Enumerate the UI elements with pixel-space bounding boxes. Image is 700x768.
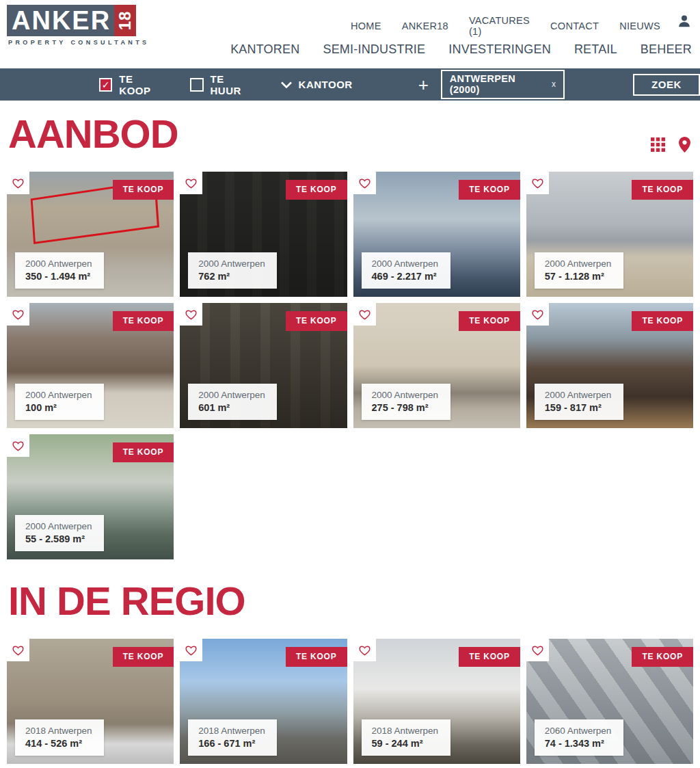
top-nav-item[interactable]: ANKER18	[402, 21, 448, 31]
brand-name: ANKER	[7, 5, 114, 36]
status-badge: TE KOOP	[113, 442, 174, 462]
filter-te-koop[interactable]: ✓ TE KOOP	[99, 73, 165, 96]
site-header: ANKER 18 PROPERTY CONSULTANTS HOME ANKER…	[0, 0, 700, 68]
search-button[interactable]: ZOEK	[633, 74, 700, 96]
main-nav-item[interactable]: INVESTERINGEN	[448, 42, 551, 57]
favorite-button[interactable]	[7, 639, 29, 661]
heart-icon	[358, 644, 371, 656]
status-badge: TE KOOP	[459, 647, 520, 667]
te-huur-checkbox[interactable]	[190, 78, 203, 92]
status-badge: TE KOOP	[286, 311, 347, 331]
property-card[interactable]: TE KOOP 2018 Antwerpen 59 - 244 m²	[353, 639, 520, 764]
location-tag-label: ANTWERPEN (2000)	[450, 73, 544, 95]
favorite-button[interactable]	[7, 434, 29, 457]
property-card[interactable]: TE KOOP 2000 Antwerpen 601 m²	[180, 303, 347, 428]
favorite-button[interactable]	[180, 172, 202, 194]
listing-size: 74 - 1.343 m²	[545, 738, 613, 749]
listing-city: 2018 Antwerpen	[25, 726, 94, 736]
listing-info: 2000 Antwerpen 55 - 2.589 m²	[15, 515, 104, 551]
te-koop-checkbox[interactable]: ✓	[99, 78, 112, 92]
listing-size: 762 m²	[198, 271, 267, 282]
te-koop-label: TE KOOP	[119, 73, 165, 96]
section-aanbod: AANBOD TE KO	[0, 114, 700, 559]
status-badge: TE KOOP	[632, 647, 693, 667]
favorite-button[interactable]	[526, 172, 549, 194]
remove-location-icon[interactable]: x	[552, 79, 556, 89]
top-nav-item[interactable]: NIEUWS	[619, 21, 660, 31]
listing-size: 55 - 2.589 m²	[25, 533, 94, 544]
property-card[interactable]: TE KOOP 2000 Antwerpen 275 - 798 m²	[353, 303, 520, 428]
heart-icon	[531, 308, 544, 320]
map-view-icon[interactable]	[679, 137, 690, 153]
property-card[interactable]: TE KOOP 2018 Antwerpen 166 - 671 m²	[180, 639, 347, 764]
listing-city: 2018 Antwerpen	[198, 726, 267, 736]
top-nav-item[interactable]: HOME	[351, 21, 381, 31]
main-nav: KANTOREN SEMI-INDUSTRIE INVESTERINGEN RE…	[230, 42, 692, 57]
regio-header: IN DE REGIO	[0, 581, 700, 621]
main-content: AANBOD TE KO	[0, 114, 700, 764]
listing-city: 2018 Antwerpen	[372, 726, 440, 736]
brand-tagline: PROPERTY CONSULTANTS	[7, 39, 150, 46]
main-nav-item[interactable]: SEMI-INDUSTRIE	[323, 42, 425, 57]
favorite-button[interactable]	[180, 639, 202, 661]
listing-info: 2000 Antwerpen 57 - 1.128 m²	[535, 252, 623, 289]
property-card[interactable]: TE KOOP 2018 Antwerpen 414 - 526 m²	[7, 639, 174, 764]
favorite-button[interactable]	[353, 303, 376, 326]
brand-suffix: 18	[116, 11, 135, 31]
listing-city: 2000 Antwerpen	[198, 259, 267, 269]
heart-icon	[185, 177, 198, 189]
grid-view-icon[interactable]	[651, 137, 665, 152]
regio-title: IN DE REGIO	[8, 581, 700, 621]
main-nav-item[interactable]: KANTOREN	[230, 42, 299, 57]
property-card[interactable]: TE KOOP 2000 Antwerpen 55 - 2.589 m²	[7, 434, 174, 559]
view-toggle	[651, 137, 690, 153]
property-card[interactable]: TE KOOP 2000 Antwerpen 159 - 817 m²	[526, 303, 693, 428]
favorite-button[interactable]	[180, 303, 202, 326]
property-card[interactable]: TE KOOP 2000 Antwerpen 57 - 1.128 m²	[526, 172, 693, 297]
listing-size: 414 - 526 m²	[25, 738, 94, 749]
heart-icon	[12, 177, 25, 189]
aanbod-title: AANBOD	[8, 114, 700, 154]
property-card[interactable]: TE KOOP 2000 Antwerpen 469 - 2.217 m²	[353, 172, 520, 297]
favorite-button[interactable]	[353, 639, 376, 661]
favorite-button[interactable]	[7, 303, 29, 326]
main-nav-item[interactable]: BEHEER	[641, 42, 692, 57]
main-nav-item[interactable]: RETAIL	[574, 42, 617, 57]
top-nav: HOME ANKER18 VACATURES (1) CONTACT NIEUW…	[351, 15, 660, 37]
listing-city: 2060 Antwerpen	[545, 726, 613, 736]
category-dropdown[interactable]: KANTOOR	[281, 79, 353, 90]
heart-icon	[531, 177, 544, 189]
listing-info: 2000 Antwerpen 469 - 2.217 m²	[362, 252, 450, 289]
favorite-button[interactable]	[526, 303, 549, 326]
favorite-button[interactable]	[7, 172, 29, 194]
add-location-icon[interactable]: +	[418, 76, 429, 94]
brand-logo[interactable]: ANKER 18 PROPERTY CONSULTANTS	[7, 5, 150, 46]
listing-info: 2000 Antwerpen 601 m²	[188, 384, 277, 420]
listing-info: 2060 Antwerpen 74 - 1.343 m²	[535, 719, 623, 756]
favorite-button[interactable]	[353, 172, 376, 194]
favorite-button[interactable]	[526, 639, 549, 661]
property-card[interactable]: TE KOOP 2000 Antwerpen 100 m²	[7, 303, 174, 428]
heart-icon	[12, 440, 25, 451]
location-filter-tag[interactable]: ANTWERPEN (2000) x	[441, 70, 565, 99]
property-card[interactable]: TE KOOP 2060 Antwerpen 74 - 1.343 m²	[526, 639, 693, 764]
heart-icon	[185, 308, 198, 320]
property-card[interactable]: TE KOOP 2000 Antwerpen 350 - 1.494 m²	[7, 172, 174, 297]
user-account-icon[interactable]	[677, 14, 692, 29]
listing-city: 2000 Antwerpen	[545, 259, 613, 269]
listing-city: 2000 Antwerpen	[545, 390, 613, 400]
search-bar: ✓ TE KOOP TE HUUR KANTOOR + ANTWERPEN (2…	[0, 68, 700, 101]
listing-city: 2000 Antwerpen	[25, 259, 94, 269]
heart-icon	[12, 308, 25, 320]
filter-te-huur[interactable]: TE HUUR	[190, 73, 256, 96]
brand-logo-mark: ANKER 18	[7, 5, 150, 36]
listing-size: 159 - 817 m²	[545, 402, 613, 413]
listing-size: 350 - 1.494 m²	[25, 271, 94, 282]
top-nav-item[interactable]: VACATURES (1)	[469, 15, 530, 37]
listing-info: 2018 Antwerpen 59 - 244 m²	[362, 719, 450, 756]
heart-icon	[12, 644, 25, 656]
property-card[interactable]: TE KOOP 2000 Antwerpen 762 m²	[180, 172, 347, 297]
status-badge: TE KOOP	[113, 647, 174, 667]
heart-icon	[358, 177, 371, 189]
top-nav-item[interactable]: CONTACT	[550, 21, 599, 31]
